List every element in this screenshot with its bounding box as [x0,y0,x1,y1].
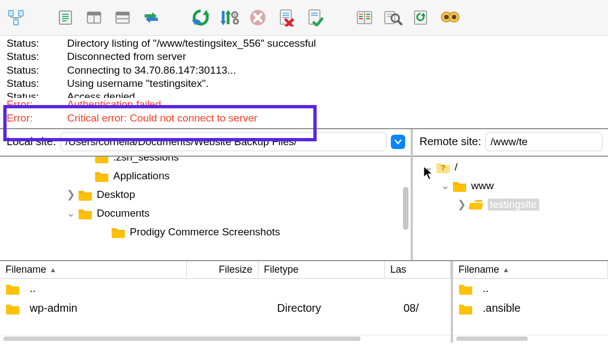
list-item[interactable]: .. [453,279,608,299]
cancel-icon[interactable] [246,6,269,29]
local-tree[interactable]: .zsn_sessions Applications ❯ Desktop ⌄ D… [0,157,411,260]
remote-site-label: Remote site: [419,135,481,148]
local-path-input[interactable] [60,133,386,151]
remove-icon[interactable] [275,6,298,29]
find-icon[interactable] [439,6,462,29]
svg-marker-26 [225,10,231,14]
local-pane: Local site: .zsn_sessions Applications ❯… [0,129,413,260]
compare-icon[interactable] [353,6,376,29]
transfer-icon[interactable] [140,6,163,29]
svg-line-54 [398,21,401,24]
chevron-right-icon[interactable]: ❯ [66,188,76,201]
folder-icon [95,170,109,182]
folder-open-icon [469,198,483,211]
notes-icon[interactable] [54,6,77,29]
toolbar [0,0,608,36]
horizontal-scrollbar[interactable] [453,335,608,343]
local-site-label: Local site: [7,135,56,148]
panels-icon[interactable] [82,6,106,29]
folder-icon [5,302,20,315]
svg-marker-23 [203,10,209,15]
folder-icon [5,283,20,295]
tree-item-selected: testingsite [488,198,539,211]
log-error-message: Authentication failed. [67,98,605,111]
refresh-icon[interactable] [189,6,212,29]
svg-rect-0 [9,10,13,16]
chevron-down-icon[interactable]: ⌄ [424,161,434,173]
sort-asc-icon: ▲ [49,266,57,274]
folder-icon [78,207,92,219]
site-manager-icon[interactable] [4,6,27,29]
svg-point-28 [234,14,236,16]
svg-rect-6 [14,19,18,25]
remote-path-input[interactable] [485,133,603,151]
folder-icon [78,189,92,201]
local-path-dropdown[interactable] [391,135,405,149]
process-queue-icon[interactable] [218,6,241,29]
svg-rect-12 [59,11,71,24]
list-item[interactable]: .. [0,279,451,299]
svg-marker-25 [220,21,226,25]
log-message: Directory listing of "/www/testingsitex_… [67,37,605,50]
folder-icon [458,283,473,295]
svg-point-60 [452,15,456,19]
log-error-label: Error: [7,98,67,111]
horizontal-scrollbar[interactable] [0,335,451,343]
tree-item-label: .zsn_sessions [113,157,179,163]
list-item[interactable]: .ansible [453,299,608,318]
layout-icon[interactable] [111,6,134,29]
message-log: Status:Directory listing of "/www/testin… [0,36,608,125]
local-file-list: Filename▲ Filesize Filetype Las .. wp-ad… [0,261,453,343]
check-icon[interactable] [303,6,327,29]
chevron-down-icon[interactable]: ⌄ [66,207,76,219]
svg-rect-21 [116,12,129,15]
remote-columns[interactable]: Filename▲ [453,261,608,279]
folder-icon [95,157,109,163]
svg-rect-18 [87,12,101,15]
log-label: Status: [7,37,67,50]
sort-asc-icon: ▲ [502,266,510,274]
local-columns[interactable]: Filename▲ Filesize Filetype Las [0,261,451,279]
unknown-folder-icon: ? [436,161,450,173]
chevron-down-icon[interactable]: ⌄ [440,179,450,192]
remote-pane: Remote site: ⌄ ? / ⌄ www ❯ testingsite [413,129,608,260]
sync-icon[interactable] [410,6,433,29]
list-item[interactable]: wp-admin Directory 08/ [0,299,451,318]
folder-icon [458,302,473,315]
chevron-right-icon[interactable]: ❯ [457,198,467,211]
svg-rect-3 [19,10,23,16]
folder-icon [111,226,125,238]
search-icon[interactable] [382,6,405,29]
folder-icon [452,180,467,192]
svg-text:?: ? [440,163,445,172]
remote-tree[interactable]: ⌄ ? / ⌄ www ❯ testingsite [413,157,608,260]
svg-point-58 [444,15,449,19]
svg-point-29 [234,19,238,24]
vertical-scrollbar[interactable] [403,187,408,230]
remote-file-list: Filename▲ .. .ansible [453,261,608,343]
